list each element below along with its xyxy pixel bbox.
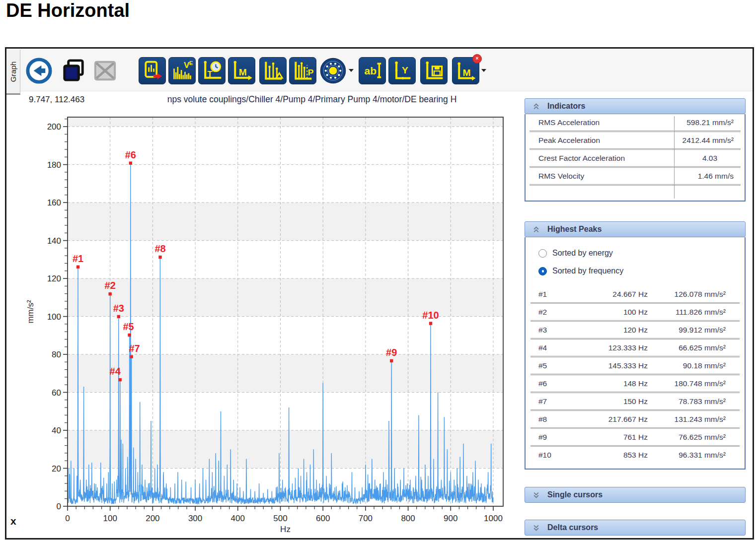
clear-badge-icon: × (472, 54, 482, 64)
peak-row[interactable]: #9761 Hz76.625 mm/s² (530, 429, 740, 447)
indicators-panel-body: RMS Acceleration598.21 mm/s²Peak Acceler… (525, 114, 746, 202)
indicators-panel-header[interactable]: Indicators (525, 98, 746, 114)
export-data-button[interactable] (139, 57, 166, 84)
peak-row[interactable]: #10853 Hz96.331 mm/s² (530, 447, 740, 463)
svg-text:200: 200 (47, 122, 61, 132)
svg-text:#4: #4 (110, 366, 121, 377)
peak-amplitude: 90.18 mm/s² (648, 361, 740, 370)
svg-text:400: 400 (231, 514, 245, 523)
highest-peaks-panel-body: Sorted by energySorted by frequency#124.… (525, 237, 746, 470)
svg-text:ab: ab (364, 65, 377, 76)
svg-text:300: 300 (188, 514, 202, 523)
svg-text:0: 0 (65, 514, 70, 523)
markers-dropdown-arrow[interactable] (481, 69, 486, 72)
svg-text:#1: #1 (73, 253, 83, 264)
delta-cursors-panel-title: Delta cursors (547, 523, 598, 532)
svg-text:20: 20 (52, 464, 61, 473)
page-title: DE Horizontal (6, 0, 130, 21)
svg-text:#2: #2 (105, 280, 116, 291)
svg-text:100: 100 (47, 312, 61, 322)
collapse-up-icon (533, 103, 539, 110)
indicator-label: Crest Factor Acceleration (529, 154, 679, 163)
label-ab-button[interactable]: ab (359, 57, 386, 84)
indicator-row (529, 186, 741, 202)
svg-text:900: 900 (444, 514, 457, 523)
single-cursors-panel-title: Single cursors (547, 490, 603, 499)
highest-peaks-panel-header[interactable]: Highest Peaks (525, 221, 746, 237)
svg-text:#6: #6 (125, 149, 136, 160)
svg-text:#9: #9 (386, 347, 397, 358)
tab-graph[interactable]: Graph (6, 50, 20, 95)
clear-markers-button[interactable]: M× (452, 57, 479, 84)
peak-rank: #3 (530, 326, 568, 335)
svg-text:Hz: Hz (280, 525, 291, 534)
copy-graph-button[interactable] (60, 57, 87, 84)
svg-text:T: T (207, 69, 212, 78)
peak-amplitude: 126.078 mm/s² (648, 290, 740, 299)
indicator-row: RMS Velocity1.46 mm/s (529, 168, 741, 186)
svg-text:#8: #8 (154, 243, 165, 254)
peak-frequency: 100 Hz (568, 308, 648, 317)
svg-text:M: M (462, 68, 470, 78)
svg-text:180: 180 (47, 160, 61, 170)
svg-text:#10: #10 (422, 310, 439, 321)
back-button[interactable] (25, 57, 53, 84)
svg-text:#3: #3 (113, 303, 124, 314)
peak-row[interactable]: #4123.333 Hz66.625 mm/s² (530, 339, 740, 357)
graph-window: Graph VETMPabYM× 9.747, 112.463 nps volu… (5, 47, 754, 540)
peak-amplitude: 111.826 mm/s² (648, 308, 740, 317)
peak-row[interactable]: #3120 Hz99.912 mm/s² (530, 322, 740, 339)
svg-text:0: 0 (57, 502, 61, 511)
page: DE Horizontal Graph VETMPabYM× 9.747, 11… (0, 0, 756, 540)
close-graph-button[interactable]: x (10, 516, 16, 526)
peak-row[interactable]: #8217.667 Hz131.243 mm/s² (530, 411, 740, 429)
peak-rank: #5 (530, 361, 568, 370)
spectrum-chart[interactable]: 0100200300400500600700800900100002040608… (21, 112, 514, 534)
indicators-panel-title: Indicators (547, 102, 585, 111)
indicator-label: RMS Acceleration (529, 118, 679, 127)
collapse-up-icon (533, 226, 539, 233)
peak-row[interactable]: #5145.333 Hz90.18 mm/s² (530, 357, 740, 375)
save-graph-button[interactable] (420, 57, 448, 84)
indicator-row: Crest Factor Acceleration4.03 (529, 150, 741, 168)
peak-amplitude: 99.912 mm/s² (648, 326, 740, 335)
peak-row[interactable]: #124.667 Hz126.078 mm/s² (530, 286, 740, 304)
sort-option-frequency[interactable]: Sorted by frequency (526, 262, 745, 280)
radio-icon[interactable] (538, 249, 547, 258)
bearing-dropdown-arrow[interactable] (349, 69, 354, 72)
svg-text:#7: #7 (129, 343, 140, 354)
peak-cursor-button[interactable]: P (289, 57, 316, 84)
peak-row[interactable]: #2100 Hz111.826 mm/s² (530, 304, 740, 322)
delta-cursors-panel-header[interactable]: Delta cursors (525, 520, 746, 536)
peak-row[interactable]: #7150 Hz78.783 mm/s² (530, 393, 740, 411)
highest-peaks-table: #124.667 Hz126.078 mm/s²#2100 Hz111.826 … (526, 286, 745, 463)
peak-row[interactable]: #6148 Hz180.748 mm/s² (530, 375, 740, 393)
peak-frequency: 217.667 Hz (568, 415, 648, 424)
peak-rank: #10 (530, 451, 568, 460)
delta-cursor-button[interactable] (259, 57, 287, 84)
peak-rank: #4 (530, 343, 568, 352)
svg-text:E: E (189, 60, 192, 66)
marker-button[interactable]: M (228, 57, 255, 84)
expand-down-icon (533, 525, 539, 531)
bearing-frequencies-button[interactable] (319, 57, 347, 84)
indicator-value: 598.21 mm/s² (679, 118, 741, 127)
svg-text:600: 600 (316, 514, 330, 523)
sort-option-energy[interactable]: Sorted by energy (526, 244, 745, 262)
peak-amplitude: 66.625 mm/s² (648, 343, 740, 352)
peak-frequency: 120 Hz (568, 326, 648, 335)
radio-label: Sorted by energy (552, 249, 613, 258)
peak-frequency: 150 Hz (568, 397, 648, 406)
indicator-row: Peak Acceleration2412.44 mm/s² (529, 132, 741, 150)
spectrum-velocity-button[interactable]: VE (168, 57, 196, 84)
svg-text:200: 200 (146, 514, 159, 523)
y-scale-button[interactable]: Y (388, 57, 416, 84)
single-cursors-panel-header[interactable]: Single cursors (525, 487, 746, 503)
indicator-value: 2412.44 mm/s² (679, 136, 741, 145)
peak-rank: #8 (530, 415, 568, 424)
time-signal-button[interactable]: T (198, 57, 226, 84)
toolbar: VETMPabYM× (20, 56, 486, 85)
radio-label: Sorted by frequency (552, 267, 623, 275)
radio-icon[interactable] (538, 267, 547, 275)
indicator-row: RMS Acceleration598.21 mm/s² (529, 114, 741, 132)
